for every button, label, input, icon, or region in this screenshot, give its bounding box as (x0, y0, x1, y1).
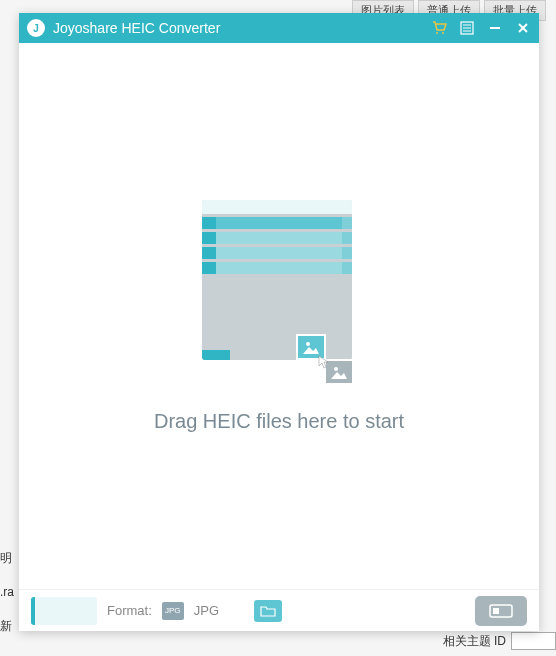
bg-bottom-label: 相关主题 ID (443, 633, 506, 650)
convert-button[interactable] (475, 596, 527, 626)
titlebar: J Joyoshare HEIC Converter (19, 13, 539, 43)
svg-point-0 (436, 32, 438, 34)
bg-ra-label: .ra (0, 585, 14, 599)
format-value[interactable]: JPG (194, 603, 244, 618)
bg-xin-label: 新 (0, 618, 12, 635)
drop-zone[interactable]: Drag HEIC files here to start (19, 43, 539, 589)
svg-point-11 (334, 367, 338, 371)
drop-illustration (194, 200, 364, 390)
app-window: J Joyoshare HEIC Converter (19, 13, 539, 631)
illustration-cursor-icon (318, 355, 330, 372)
titlebar-actions (431, 20, 531, 36)
svg-point-1 (442, 32, 444, 34)
format-badge-icon[interactable]: JPG (162, 602, 184, 620)
drop-text: Drag HEIC files here to start (154, 410, 404, 433)
list-icon[interactable] (459, 20, 475, 36)
minimize-icon[interactable] (487, 20, 503, 36)
bottom-toolbar: Format: JPG JPG (19, 589, 539, 631)
bg-bottom-input[interactable] (511, 632, 556, 650)
illustration-window-icon (202, 200, 352, 360)
svg-rect-13 (493, 608, 499, 614)
add-files-button[interactable] (31, 597, 97, 625)
bg-left-label: 明 (0, 550, 12, 567)
app-logo: J (27, 19, 45, 37)
app-logo-text: J (33, 23, 39, 34)
close-icon[interactable] (515, 20, 531, 36)
cart-icon[interactable] (431, 20, 447, 36)
format-badge-text: JPG (165, 606, 181, 615)
output-folder-button[interactable] (254, 600, 282, 622)
app-title: Joyoshare HEIC Converter (53, 20, 431, 36)
format-label: Format: (107, 603, 152, 618)
svg-point-10 (306, 342, 310, 346)
